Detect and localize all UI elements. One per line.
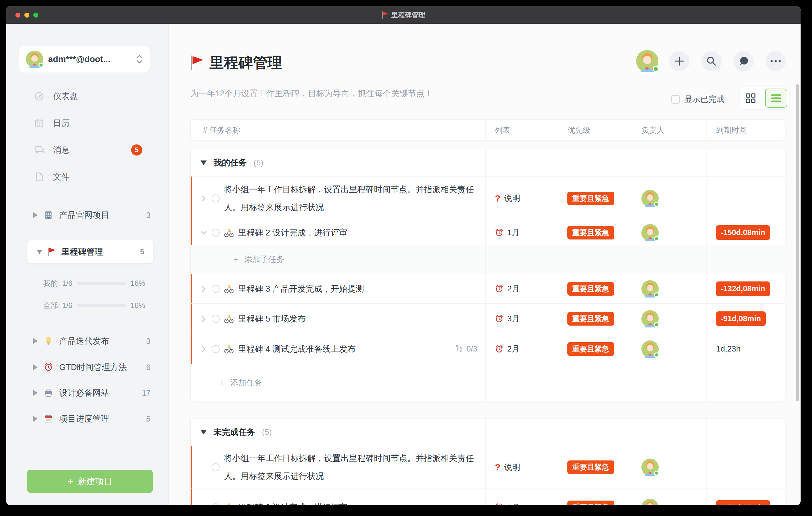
alarm-icon [495,285,503,293]
expand-triangle-icon[interactable] [33,390,38,396]
sidebar-item-dashboard[interactable]: 仪表盘 [6,86,169,106]
complete-checkbox[interactable] [212,315,220,323]
user-avatar[interactable] [636,50,658,72]
sidebar-item-calendar[interactable]: 日历 [6,113,169,133]
due-badge: -91d,08min [716,311,766,326]
close-window-button[interactable] [16,13,20,18]
list-view-button[interactable] [765,89,787,108]
sidebar-project-iteration[interactable]: 产品迭代发布 3 [6,331,169,351]
complete-checkbox[interactable] [212,194,220,202]
progress-bar [77,304,126,307]
grid-view-button[interactable] [745,93,756,104]
add-button[interactable] [669,51,690,71]
task-row[interactable]: 里程碑 2 设计完成，进行评审 1月 重要且紧急 -150d,08min [191,489,785,505]
task-row[interactable]: 将小组一年工作目标拆解，设置出里程碑时间节点。并指派相关责任人。用标签来展示进行… [191,446,785,489]
alarm-icon [495,314,503,323]
chevron-right-icon[interactable] [200,285,207,292]
task-row[interactable]: 里程碑 2 设计完成，进行评审 1月 重要且紧急 -150d,08min [191,220,785,245]
expand-triangle-icon[interactable] [33,416,38,422]
assignee-avatar[interactable] [641,340,659,358]
sidebar-item-messages[interactable]: 消息 5 [6,140,169,160]
task-count: 3 [146,337,150,346]
due-time: 1d,23h [716,344,741,354]
plus-icon: + [67,477,73,486]
sidebar-project-gtd[interactable]: GTD时间管理方法 6 [6,357,169,377]
question-icon: ? [495,193,500,204]
zoom-window-button[interactable] [33,13,38,18]
cyclist-icon [224,228,234,237]
collapse-triangle-icon[interactable] [201,430,207,434]
collapse-triangle-icon[interactable] [201,161,207,165]
collapse-triangle-icon[interactable] [37,250,42,254]
alarm-icon [495,345,503,353]
priority-badge: 重要且紧急 [567,312,614,325]
my-progress: 我的: 1/6 16% [43,278,154,288]
complete-checkbox[interactable] [212,503,220,505]
complete-checkbox[interactable] [212,229,220,237]
new-project-button[interactable]: + 新建项目 [27,470,153,493]
account-email: adm***@doot... [48,54,131,64]
assignee-avatar[interactable] [641,280,659,297]
traffic-lights[interactable] [16,6,38,24]
column-priority[interactable]: 优先级 [558,120,632,140]
progress-bar [77,282,126,285]
column-list[interactable]: 列表 [485,120,558,140]
expand-triangle-icon[interactable] [33,365,38,370]
plus-icon: + [233,254,239,265]
due-badge: -150d,08min [716,225,770,240]
add-subtask-row[interactable]: + 添加子任务 [191,245,785,274]
file-icon [34,172,45,182]
group-header[interactable]: 未完成任务 (5) [191,419,785,446]
all-progress: 全部: 1/6 16% [43,300,154,311]
search-button[interactable] [701,51,722,71]
task-count: 6 [146,363,150,372]
complete-checkbox[interactable] [212,285,220,293]
more-button[interactable] [765,51,786,71]
sidebar-item-files[interactable]: 文件 [6,167,169,187]
sidebar-project-design-sites[interactable]: 设计必备网站 17 [6,383,169,403]
task-row[interactable]: 里程碑 3 产品开发完成，开始提测 2月 重要且紧急 -132d,08min [191,274,785,304]
complete-checkbox[interactable] [212,345,220,353]
show-completed-checkbox[interactable] [671,95,680,104]
add-task-row[interactable]: + 添加任务 [191,364,785,401]
column-due[interactable]: 到期时间 [706,120,785,140]
cyclist-icon [224,344,234,354]
task-row[interactable]: 将小组一年工作目标拆解，设置出里程碑时间节点。并指派相关责任人。用标签来展示进行… [191,176,785,220]
bulb-icon [43,336,54,346]
minimize-window-button[interactable] [24,13,29,18]
sidebar-project-milestone-active[interactable]: 里程碑管理 5 [27,240,153,263]
assignee-avatar[interactable] [641,310,659,327]
assignee-avatar[interactable] [641,499,659,505]
task-row[interactable]: 里程碑 5 市场发布 3月 重要且紧急 -91d,08min [191,304,785,334]
chevron-right-icon[interactable] [200,315,207,322]
gauge-icon [34,91,45,101]
chevron-down-icon[interactable] [200,231,207,235]
show-completed-filter[interactable]: 显示已完成 [671,94,724,105]
alarm-icon [495,228,503,237]
column-task-name[interactable]: # 任务名称 [191,120,485,140]
assignee-avatar[interactable] [641,224,659,241]
progress-percent: 16% [130,301,145,310]
vertical-scrollbar[interactable] [796,84,799,401]
expand-triangle-icon[interactable] [33,212,38,218]
chevron-right-icon[interactable] [200,195,207,202]
assignee-avatar[interactable] [641,190,659,207]
chevron-right-icon[interactable] [200,346,207,352]
task-row[interactable]: 里程碑 4 测试完成准备线上发布 0/3 2月 重要且紧急 1d,23h [191,334,785,364]
titlebar: 里程碑管理 [6,6,801,24]
expand-triangle-icon[interactable] [33,338,38,344]
due-badge: -150d,08min [716,500,770,506]
chat-button[interactable] [733,51,754,71]
priority-badge: 重要且紧急 [567,500,614,505]
account-switcher[interactable]: adm***@doot... [19,46,150,73]
unread-count-badge: 5 [131,144,142,155]
flag-icon [190,55,204,71]
group-header[interactable]: 我的任务 (5) [191,149,785,176]
assignee-avatar[interactable] [641,459,659,476]
column-assignee[interactable]: 负责人 [632,120,706,140]
sidebar-project-schedule[interactable]: 项目进度管理 5 [6,409,169,429]
sidebar-project-website[interactable]: 产品官网项目 3 [6,205,169,225]
subtask-tree-icon [455,345,463,353]
user-avatar [26,51,43,68]
complete-checkbox[interactable] [212,463,220,471]
